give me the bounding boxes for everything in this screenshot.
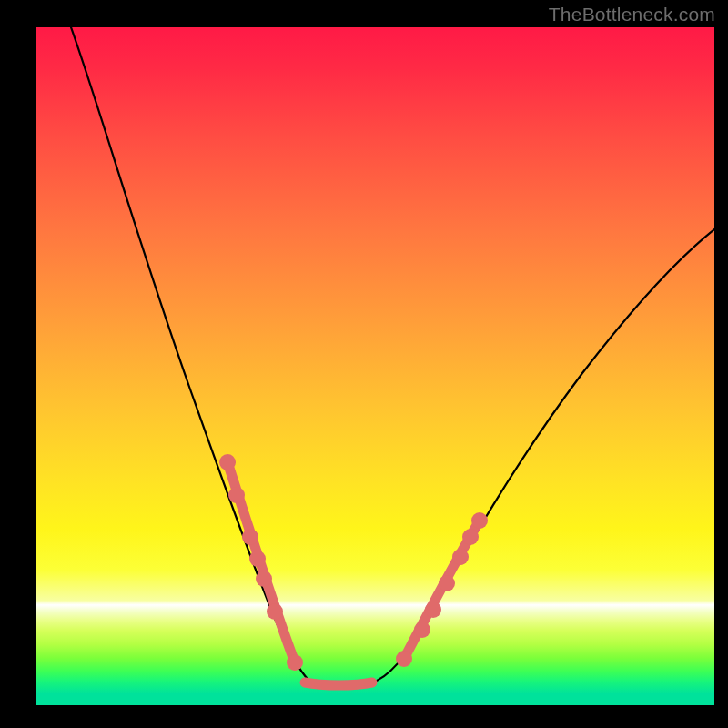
flat-minimum-segment <box>305 682 372 685</box>
marker-right-2 <box>414 622 430 638</box>
plot-area <box>36 27 714 705</box>
watermark-text: TheBottleneck.com <box>549 4 715 25</box>
marker-right-1 <box>396 651 412 667</box>
marker-left-4 <box>249 551 266 567</box>
marker-left-7 <box>287 654 303 671</box>
chart-svg <box>36 27 714 705</box>
marker-right-4 <box>439 575 455 592</box>
chart-frame: TheBottleneck.com <box>0 0 728 728</box>
bottleneck-curve <box>71 27 714 683</box>
marker-left-1 <box>219 454 236 470</box>
marker-left-5 <box>256 571 272 587</box>
marker-left-6 <box>267 603 283 620</box>
marker-left-2 <box>228 487 245 503</box>
marker-right-5 <box>452 549 469 565</box>
marker-right-3 <box>425 602 441 618</box>
marker-right-6 <box>462 529 479 545</box>
marker-left-3 <box>242 529 258 545</box>
marker-right-7 <box>471 512 488 529</box>
